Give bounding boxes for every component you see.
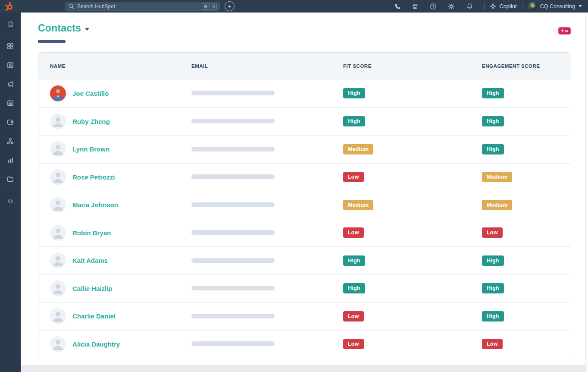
engagement-score-cell: High xyxy=(482,311,571,322)
name-cell: Joe Castillo xyxy=(50,85,191,101)
name-cell: Kait Adams xyxy=(50,252,191,268)
sidebar-item-marketing[interactable] xyxy=(6,80,15,88)
subtitle-placeholder-bar xyxy=(38,40,66,43)
engagement-score-badge: High xyxy=(482,88,504,98)
contact-name-link[interactable]: Alicia Daughtry xyxy=(72,340,120,348)
column-header-fit-score[interactable]: FIT SCORE xyxy=(343,63,482,69)
sidebar-item-reporting[interactable] xyxy=(6,156,15,164)
email-placeholder-bar xyxy=(191,258,275,263)
email-cell xyxy=(191,340,343,348)
contact-name-link[interactable]: Lynn Brown xyxy=(72,145,109,153)
fit-score-badge: Low xyxy=(343,311,364,322)
phone-icon[interactable] xyxy=(394,3,400,10)
account-avatar xyxy=(529,2,537,10)
contact-name-link[interactable]: Joe Castillo xyxy=(72,90,109,97)
contact-name-link[interactable]: Maria Johnson xyxy=(72,201,118,208)
email-placeholder-bar xyxy=(191,314,275,318)
sidebar-item-automations[interactable] xyxy=(6,137,15,145)
top-navigation-bar: Search HubSpot ⌘ K + ? xyxy=(0,0,588,13)
scrollbar-track[interactable] xyxy=(585,13,588,372)
name-cell: Lynn Brown xyxy=(50,141,191,157)
name-cell: Charlie Daniel xyxy=(50,308,191,324)
email-cell xyxy=(191,117,343,125)
sidebar-item-crm-contacts[interactable] xyxy=(6,61,15,69)
name-cell: Ruby Zheng xyxy=(50,113,191,129)
name-cell: Robin Bryan xyxy=(50,225,191,241)
column-header-email[interactable]: EMAIL xyxy=(191,63,343,69)
table-row: Joe Castillo High High xyxy=(38,79,571,107)
create-button[interactable]: + xyxy=(225,1,235,11)
email-cell xyxy=(191,145,343,153)
contact-name-link[interactable]: Rose Petrozzi xyxy=(72,173,115,181)
table-row: Ruby Zheng High High xyxy=(38,107,571,136)
contact-avatar xyxy=(50,308,66,324)
contact-name-link[interactable]: Callie Haizlip xyxy=(72,285,113,292)
fit-score-cell: Low xyxy=(343,172,482,182)
sidebar-divider xyxy=(6,190,14,190)
topbar-icon-group: ? xyxy=(394,3,473,10)
contacts-view-dropdown[interactable]: Contacts xyxy=(38,22,89,34)
table-header-row: NAME EMAIL FIT SCORE ENGAGEMENT SCORE xyxy=(38,53,571,79)
fit-score-cell: High xyxy=(343,255,482,266)
name-cell: Maria Johnson xyxy=(50,197,191,213)
fit-score-cell: Low xyxy=(343,311,482,322)
fit-score-cell: Low xyxy=(343,227,482,238)
copilot-label: Copilot xyxy=(499,3,516,9)
email-cell xyxy=(191,257,343,265)
sidebar-item-library[interactable] xyxy=(6,175,15,183)
table-row: Alicia Daughtry Low Low xyxy=(38,330,571,358)
engagement-score-badge: High xyxy=(482,283,504,293)
marketplace-icon[interactable] xyxy=(412,3,419,10)
engagement-score-badge: High xyxy=(482,311,504,322)
settings-gear-icon[interactable] xyxy=(448,3,455,10)
column-header-engagement-score[interactable]: ENGAGEMENT SCORE xyxy=(482,63,571,69)
fit-score-badge: Low xyxy=(343,172,364,182)
main-content: Contacts ✦ AI NAME EMAIL FIT SCORE ENGAG… xyxy=(21,13,588,372)
fit-score-badge: High xyxy=(343,116,365,126)
copilot-button[interactable]: Copilot xyxy=(490,3,516,9)
email-placeholder-bar xyxy=(191,91,275,95)
sidebar-item-content[interactable] xyxy=(6,99,15,107)
contact-name-link[interactable]: Kait Adams xyxy=(72,257,108,264)
search-icon xyxy=(69,3,74,9)
contact-name-link[interactable]: Robin Bryan xyxy=(72,229,111,236)
email-placeholder-bar xyxy=(191,230,275,235)
global-search-input[interactable]: Search HubSpot ⌘ K xyxy=(65,2,220,11)
table-row: Lynn Brown Medium High xyxy=(38,135,571,163)
table-body: Joe Castillo High High xyxy=(38,79,571,358)
notifications-bell-icon[interactable] xyxy=(466,3,473,10)
engagement-score-cell: High xyxy=(482,283,571,293)
contact-avatar xyxy=(50,336,66,352)
email-cell xyxy=(191,312,343,320)
fit-score-badge: Low xyxy=(343,339,364,349)
engagement-score-cell: Medium xyxy=(482,200,571,210)
fit-score-badge: High xyxy=(343,283,365,293)
engagement-score-cell: Low xyxy=(482,339,571,349)
collapse-sidebar-icon[interactable] xyxy=(6,197,15,205)
engagement-score-badge: Low xyxy=(482,227,503,238)
table-row: Kait Adams High High xyxy=(38,246,571,274)
help-icon[interactable]: ? xyxy=(430,3,437,10)
account-menu[interactable]: CQ Consulting xyxy=(529,2,582,10)
fit-score-badge: Medium xyxy=(343,200,373,210)
sidebar-item-workspaces[interactable] xyxy=(6,42,15,50)
sidebar-item-commerce[interactable] xyxy=(6,118,15,126)
ai-badge[interactable]: ✦ AI xyxy=(558,27,571,35)
hubspot-logo[interactable] xyxy=(4,1,14,12)
contact-name-link[interactable]: Charlie Daniel xyxy=(72,312,116,320)
email-placeholder-bar xyxy=(191,341,275,346)
ai-badge-label: AI xyxy=(564,29,568,33)
fit-score-badge: High xyxy=(343,255,365,266)
account-name: CQ Consulting xyxy=(540,3,575,9)
contact-avatar xyxy=(50,141,66,157)
fit-score-cell: High xyxy=(343,283,482,293)
engagement-score-cell: Medium xyxy=(482,172,571,182)
contact-name-link[interactable]: Ruby Zheng xyxy=(72,118,110,125)
name-cell: Rose Petrozzi xyxy=(50,169,191,185)
topbar-divider xyxy=(522,3,522,10)
email-placeholder-bar xyxy=(191,119,275,123)
column-header-name[interactable]: NAME xyxy=(50,63,191,69)
chevron-down-icon xyxy=(579,5,582,7)
engagement-score-cell: High xyxy=(482,144,571,154)
sidebar-item-bookmarks[interactable] xyxy=(6,20,15,28)
